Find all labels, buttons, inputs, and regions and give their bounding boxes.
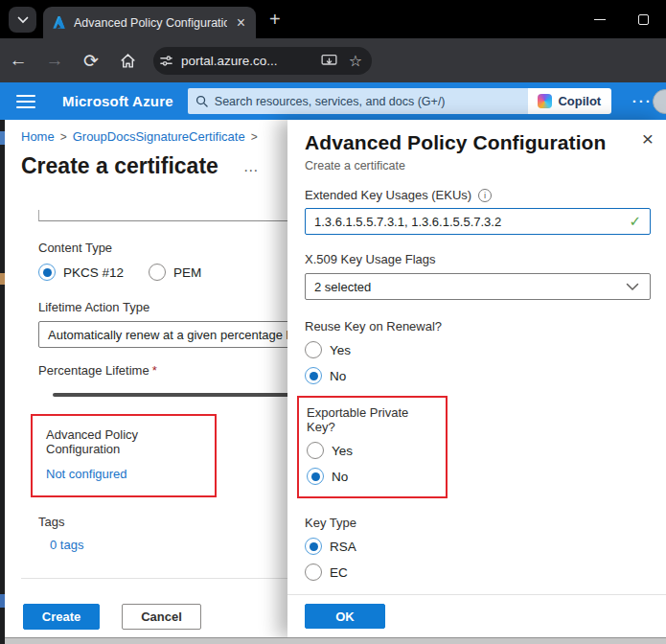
not-configured-link[interactable]: Not configured xyxy=(46,467,127,481)
key-usage-label: X.509 Key Usage Flags xyxy=(305,252,651,266)
chevron-down-icon xyxy=(626,283,639,291)
copilot-label: Copilot xyxy=(558,94,601,108)
create-button[interactable]: Create xyxy=(23,604,100,630)
tab-close-icon[interactable]: × xyxy=(235,15,247,31)
key-usage-value: 2 selected xyxy=(314,280,371,294)
exportable-key-label: Exportable Private Key? xyxy=(307,405,438,434)
radio-option-exportable-yes[interactable]: Yes xyxy=(307,442,438,459)
eku-input[interactable]: 1.3.6.1.5.5.7.3.1, 1.3.6.1.5.5.7.3.2 ✓ xyxy=(305,208,651,235)
exportable-key-highlight-box: Exportable Private Key? Yes No xyxy=(297,396,448,498)
lifetime-action-value: Automatically renew at a given percentag… xyxy=(48,328,288,342)
footer-divider xyxy=(21,578,304,579)
partial-input-field[interactable] xyxy=(38,210,292,221)
radio-icon[interactable] xyxy=(305,564,322,581)
page-menu-icon[interactable]: … xyxy=(243,158,260,175)
key-usage-dropdown[interactable]: 2 selected xyxy=(305,273,651,300)
breadcrumb-separator: > xyxy=(60,130,67,144)
tags-count-link[interactable]: 0 tags xyxy=(50,538,83,552)
radio-label: Yes xyxy=(330,343,351,357)
advanced-policy-panel: Advanced Policy Configuration × Create a… xyxy=(287,120,666,637)
url-text[interactable]: portal.azure.co... xyxy=(181,54,313,68)
browser-window: Advanced Policy Configuration × + ← → ⟳ … xyxy=(0,0,666,644)
site-settings-icon[interactable] xyxy=(159,54,173,68)
window-bottom-edge xyxy=(5,637,666,644)
radio-option-exportable-no[interactable]: No xyxy=(307,468,438,485)
tab-title: Advanced Policy Configuration xyxy=(74,16,227,30)
bookmark-star-icon[interactable]: ☆ xyxy=(349,52,362,70)
maximize-icon[interactable] xyxy=(638,14,649,25)
minimize-icon[interactable] xyxy=(594,19,606,20)
panel-close-icon[interactable]: × xyxy=(642,129,654,149)
radio-label: RSA xyxy=(330,540,356,554)
radio-label: EC xyxy=(330,565,348,580)
radio-label: Yes xyxy=(332,444,353,458)
radio-option-ec[interactable]: EC xyxy=(305,564,651,581)
reload-icon[interactable]: ⟳ xyxy=(73,50,109,72)
search-input[interactable]: Search resources, services, and docs (G+… xyxy=(188,88,528,114)
radio-option-reuse-yes[interactable]: Yes xyxy=(305,341,651,358)
panel-title: Advanced Policy Configuration xyxy=(305,131,651,154)
cancel-button[interactable]: Cancel xyxy=(122,604,201,630)
valid-check-icon: ✓ xyxy=(629,213,641,230)
radio-label: No xyxy=(330,369,346,383)
exportable-key-options: Yes No xyxy=(307,442,438,485)
azure-portal-header: Microsoft Azure Search resources, servic… xyxy=(0,82,666,120)
window-titlebar: Advanced Policy Configuration × + xyxy=(0,0,666,38)
radio-icon[interactable] xyxy=(305,538,322,555)
advanced-policy-highlight-box: Advanced Policy Configuration Not config… xyxy=(31,414,217,497)
breadcrumb-separator: > xyxy=(251,130,258,144)
copilot-button[interactable]: Copilot xyxy=(528,88,611,114)
global-search: Search resources, services, and docs (G+… xyxy=(188,88,611,114)
copilot-icon xyxy=(538,94,552,108)
lifetime-action-select[interactable]: Automatically renew at a given percentag… xyxy=(38,321,297,348)
breadcrumb-home-link[interactable]: Home xyxy=(21,129,55,144)
azure-favicon xyxy=(52,15,66,30)
key-type-options: RSA EC xyxy=(305,538,651,581)
radio-icon[interactable] xyxy=(305,341,322,358)
radio-option-reuse-no[interactable]: No xyxy=(305,367,651,384)
radio-option-rsa[interactable]: RSA xyxy=(305,538,651,555)
advanced-policy-label: Advanced Policy Configuration xyxy=(46,427,205,456)
ok-button[interactable]: OK xyxy=(305,604,385,629)
radio-option-pkcs12[interactable]: PKCS #12 xyxy=(38,264,124,281)
panel-footer: OK xyxy=(287,594,666,637)
browser-toolbar: ← → ⟳ portal.azure.co... ☆ xyxy=(0,38,666,82)
page-title: Create a certificate xyxy=(21,153,218,179)
radio-icon[interactable] xyxy=(305,367,322,384)
key-type-label: Key Type xyxy=(305,516,651,530)
panel-subtitle: Create a certificate xyxy=(305,159,651,172)
radio-option-pem[interactable]: PEM xyxy=(149,264,201,281)
send-to-device-icon[interactable] xyxy=(321,54,337,68)
back-icon[interactable]: ← xyxy=(0,50,36,71)
search-placeholder: Search resources, services, and docs (G+… xyxy=(215,95,446,108)
address-bar[interactable]: portal.azure.co... ☆ xyxy=(153,47,372,75)
radio-icon[interactable] xyxy=(149,264,166,281)
radio-icon[interactable] xyxy=(307,468,324,485)
radio-label: PKCS #12 xyxy=(63,265,124,280)
radio-label: PEM xyxy=(173,265,201,280)
reuse-key-label: Reuse Key on Renewal? xyxy=(305,319,651,334)
reuse-key-options: Yes No xyxy=(305,341,651,384)
radio-icon[interactable] xyxy=(38,264,56,281)
header-more-icon[interactable]: ··· xyxy=(632,93,653,109)
avatar[interactable] xyxy=(653,89,666,114)
search-icon xyxy=(195,95,208,107)
radio-icon[interactable] xyxy=(307,442,324,459)
eku-label: Extended Key Usages (EKUs) xyxy=(305,188,471,202)
home-icon[interactable] xyxy=(109,50,146,71)
tab-search-button[interactable] xyxy=(9,7,36,33)
breadcrumb-parent-link[interactable]: GroupDocsSignatureCertificate xyxy=(73,129,245,144)
radio-label: No xyxy=(332,470,348,484)
window-controls xyxy=(594,0,649,38)
browser-tab[interactable]: Advanced Policy Configuration × xyxy=(43,7,256,38)
info-icon[interactable]: i xyxy=(478,189,492,202)
forward-icon[interactable]: → xyxy=(36,50,73,71)
azure-brand: Microsoft Azure xyxy=(62,93,173,109)
new-tab-icon[interactable]: + xyxy=(269,9,281,31)
eku-value: 1.3.6.1.5.5.7.3.1, 1.3.6.1.5.5.7.3.2 xyxy=(314,215,501,229)
hamburger-menu-icon[interactable] xyxy=(16,95,35,108)
percentage-lifetime-slider[interactable] xyxy=(53,393,294,397)
chevron-down-icon xyxy=(17,16,29,24)
required-asterisk: * xyxy=(152,363,157,378)
